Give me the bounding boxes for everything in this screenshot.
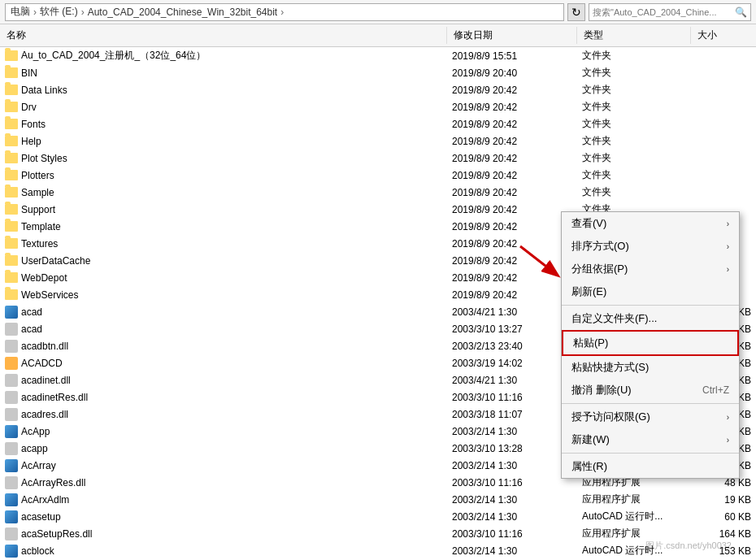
col-type[interactable]: 类型 bbox=[577, 27, 691, 44]
table-row[interactable]: Sample 2019/8/9 20:42 文件夹 bbox=[0, 184, 756, 201]
file-type-cell: 文件夹 bbox=[577, 167, 691, 183]
menu-item-view[interactable]: 查看(V)› bbox=[562, 212, 739, 235]
file-name-cell: WebServices bbox=[0, 288, 447, 302]
col-date[interactable]: 修改日期 bbox=[447, 27, 577, 44]
file-date-cell: 2019/8/9 20:42 bbox=[447, 254, 577, 267]
file-date-cell: 2019/8/9 20:42 bbox=[447, 203, 577, 216]
file-type-cell: 文件夹 bbox=[577, 116, 691, 132]
table-row[interactable]: Fonts 2019/8/9 20:42 文件夹 bbox=[0, 115, 756, 132]
file-type-cell: 文件夹 bbox=[577, 184, 691, 200]
file-icon-wrapper bbox=[5, 169, 18, 182]
file-size-cell bbox=[691, 192, 756, 193]
menu-item-refresh[interactable]: 刷新(E) bbox=[562, 280, 739, 303]
file-name-cell: AcArray bbox=[0, 458, 447, 473]
file-name-text: Template bbox=[21, 221, 61, 232]
file-name-cell: acad bbox=[0, 305, 447, 319]
file-size-cell bbox=[691, 106, 756, 108]
menu-divider bbox=[562, 305, 739, 306]
address-path[interactable]: 电脑 › 软件 (E:) › Auto_CAD_2004_Chinese_Win… bbox=[5, 3, 564, 21]
menu-item-group[interactable]: 分组依据(P)› bbox=[562, 258, 739, 280]
table-row[interactable]: Help 2019/8/9 20:42 文件夹 bbox=[0, 132, 756, 150]
file-icon-wrapper bbox=[5, 203, 18, 216]
address-bar: 电脑 › 软件 (E:) › Auto_CAD_2004_Chinese_Win… bbox=[0, 0, 756, 24]
menu-item-sort[interactable]: 排序方式(O)› bbox=[562, 235, 739, 258]
file-date-cell: 2003/3/19 14:02 bbox=[447, 357, 577, 370]
file-date-cell: 2019/8/9 20:42 bbox=[447, 118, 577, 131]
file-date-cell: 2019/8/9 20:42 bbox=[447, 101, 577, 114]
table-row[interactable]: acblock 2003/2/14 1:30 AutoCAD 运行时... 15… bbox=[0, 542, 756, 559]
col-size[interactable]: 大小 bbox=[691, 27, 756, 44]
column-headers: 名称 修改日期 类型 大小 bbox=[0, 24, 756, 47]
file-name-cell: ACADCD bbox=[0, 356, 447, 371]
file-name-cell: WebDepot bbox=[0, 271, 447, 285]
file-name-cell: Support bbox=[0, 202, 447, 217]
file-date-cell: 2003/4/21 1:30 bbox=[447, 306, 577, 319]
file-date-cell: 2019/8/9 20:42 bbox=[447, 289, 577, 302]
dll-icon bbox=[5, 374, 18, 387]
file-date-cell: 2003/3/10 11:16 bbox=[447, 527, 577, 540]
file-icon-wrapper bbox=[5, 340, 18, 353]
dll-icon bbox=[5, 527, 18, 540]
table-row[interactable]: AcArxAdlm 2003/2/14 1:30 应用程序扩展 19 KB bbox=[0, 491, 756, 508]
folder-icon bbox=[5, 136, 18, 146]
menu-divider bbox=[562, 403, 739, 404]
refresh-button[interactable]: ↻ bbox=[567, 3, 585, 21]
menu-item-access[interactable]: 授予访问权限(G)› bbox=[562, 406, 739, 428]
file-name-cell: Plot Styles bbox=[0, 151, 447, 166]
file-icon-wrapper bbox=[5, 271, 18, 284]
file-name-cell: acaSetupRes.dll bbox=[0, 527, 447, 541]
menu-item-new[interactable]: 新建(W)› bbox=[562, 428, 739, 451]
file-name-cell: AcApp bbox=[0, 424, 447, 439]
search-input[interactable] bbox=[593, 7, 732, 17]
file-size-cell: 60 KB bbox=[691, 510, 756, 523]
table-row[interactable]: Au_to_CAD_2004_注册机_（32位_64位） 2019/8/9 15… bbox=[0, 47, 756, 64]
file-date-cell: 2019/8/9 20:42 bbox=[447, 135, 577, 148]
table-row[interactable]: acasetup 2003/2/14 1:30 AutoCAD 运行时... 6… bbox=[0, 508, 756, 525]
menu-item-label: 新建(W) bbox=[571, 432, 610, 447]
menu-item-paste[interactable]: 粘贴(P) bbox=[562, 330, 739, 356]
file-name-text: acblock bbox=[21, 545, 54, 557]
folder-icon bbox=[5, 170, 18, 180]
menu-item-label: 分组依据(P) bbox=[571, 262, 628, 276]
file-date-cell: 2003/2/14 1:30 bbox=[447, 510, 577, 523]
table-row[interactable]: Plot Styles 2019/8/9 20:42 文件夹 bbox=[0, 150, 756, 167]
folder-icon bbox=[5, 221, 18, 232]
watermark: 图片.csdn.net/yh0032 bbox=[645, 540, 732, 552]
file-date-cell: 2019/8/9 20:42 bbox=[447, 271, 577, 284]
file-icon-wrapper bbox=[5, 374, 18, 387]
menu-item-customize[interactable]: 自定义文件夹(F)... bbox=[562, 307, 739, 330]
table-row[interactable]: acaSetupRes.dll 2003/3/10 11:16 应用程序扩展 1… bbox=[0, 525, 756, 542]
file-icon-wrapper bbox=[5, 220, 18, 233]
folder-icon bbox=[5, 187, 18, 198]
file-name-text: acapp bbox=[21, 443, 48, 454]
file-icon-wrapper bbox=[5, 152, 18, 165]
file-name-text: UserDataCache bbox=[21, 255, 90, 267]
file-name-text: acasetup bbox=[21, 511, 61, 523]
file-date-cell: 2003/3/18 11:07 bbox=[447, 408, 577, 421]
menu-item-label: 查看(V) bbox=[571, 216, 606, 231]
path-part-3: Auto_CAD_2004_Chinese_Win_32bit_64bit bbox=[88, 7, 278, 18]
file-name-cell: acapp bbox=[0, 441, 447, 456]
menu-item-paste-shortcut[interactable]: 粘贴快捷方式(S) bbox=[562, 356, 739, 379]
file-date-cell: 2019/8/9 20:40 bbox=[447, 67, 577, 80]
file-name-cell: BIN bbox=[0, 66, 447, 80]
file-type-cell: 文件夹 bbox=[577, 150, 691, 166]
menu-item-properties[interactable]: 属性(R) bbox=[562, 455, 739, 478]
file-date-cell: 2019/8/9 20:42 bbox=[447, 84, 577, 97]
table-row[interactable]: Plotters 2019/8/9 20:42 文件夹 bbox=[0, 167, 756, 184]
file-name-cell: AcArxAdlm bbox=[0, 493, 447, 507]
file-size-cell bbox=[691, 141, 756, 142]
file-size-cell: 164 KB bbox=[691, 527, 756, 540]
file-size-cell bbox=[691, 72, 756, 74]
table-row[interactable]: BIN 2019/8/9 20:40 文件夹 bbox=[0, 64, 756, 81]
folder-icon bbox=[5, 238, 18, 249]
menu-item-undo[interactable]: 撤消 删除(U)Ctrl+Z bbox=[562, 379, 739, 402]
col-name[interactable]: 名称 bbox=[0, 27, 447, 44]
submenu-arrow-icon: › bbox=[727, 242, 729, 251]
path-sep-2: › bbox=[81, 7, 85, 18]
file-name-text: Textures bbox=[21, 238, 58, 250]
table-row[interactable]: Data Links 2019/8/9 20:42 文件夹 bbox=[0, 81, 756, 98]
table-row[interactable]: Drv 2019/8/9 20:42 文件夹 bbox=[0, 98, 756, 115]
search-box[interactable]: 🔍 bbox=[589, 3, 751, 21]
file-icon-wrapper bbox=[5, 476, 18, 489]
